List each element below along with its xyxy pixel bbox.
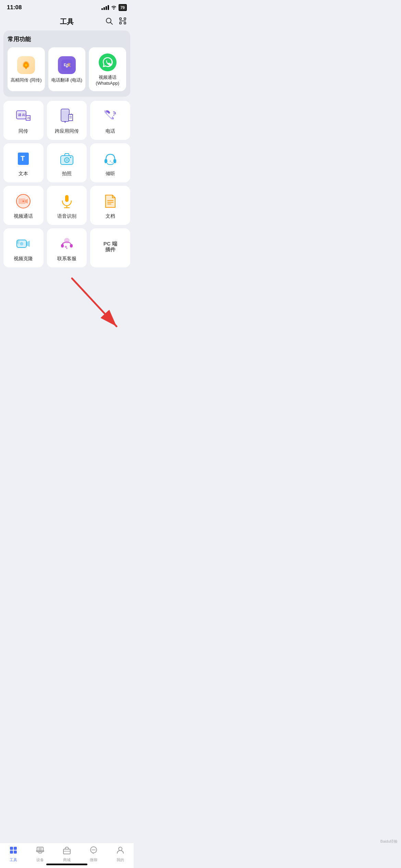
tool-card-whatsapp[interactable]: 视频通话(WhatsApp) xyxy=(89,47,126,91)
pc-icon: PC 端 插件 xyxy=(102,238,119,255)
document-icon xyxy=(102,193,119,210)
svg-text:文: 文 xyxy=(67,63,71,67)
shipinkelong-label: 视频克隆 xyxy=(14,256,33,262)
lianxi-label: 联系客服 xyxy=(57,256,76,262)
red-arrow xyxy=(62,272,130,340)
svg-line-1 xyxy=(111,22,113,24)
tool-lianxi[interactable]: 联系客服 xyxy=(47,228,87,267)
crossapp-icon xyxy=(58,108,75,125)
svg-text:译: 译 xyxy=(18,113,22,117)
svg-rect-6 xyxy=(124,22,126,24)
gaojing-label: 高精同传 (同传) xyxy=(11,77,41,83)
tool-pc[interactable]: PC 端 插件 xyxy=(90,228,130,267)
yuyin-label: 语音识别 xyxy=(57,213,76,219)
svg-point-27 xyxy=(70,157,71,158)
status-time: 11:08 xyxy=(7,4,22,11)
customerservice-icon xyxy=(58,235,75,252)
svg-rect-29 xyxy=(113,159,116,163)
text-icon: T xyxy=(15,150,32,167)
status-bar: 11:08 79 xyxy=(0,0,134,14)
svg-text:AI: AI xyxy=(22,113,25,117)
tool-card-gaojing[interactable]: 高精同传 (同传) xyxy=(8,47,45,91)
svg-text:AI: AI xyxy=(27,116,30,120)
header-actions xyxy=(105,17,127,27)
page-header: 工具 xyxy=(0,14,134,31)
scan-icon[interactable] xyxy=(119,17,127,27)
battery-icon: 79 xyxy=(119,4,127,11)
wendang-label: 文档 xyxy=(106,213,115,219)
tool-paizhao[interactable]: 拍照 xyxy=(47,143,87,182)
svg-rect-45 xyxy=(61,244,64,248)
svg-point-7 xyxy=(25,64,27,66)
svg-point-30 xyxy=(110,160,111,162)
tool-wenben[interactable]: T 文本 xyxy=(3,143,44,182)
whatsapp-icon xyxy=(99,53,117,71)
kuayingyong-label: 跨应用同传 xyxy=(55,128,79,134)
svg-rect-35 xyxy=(65,195,69,202)
videoclone-icon xyxy=(15,235,32,252)
tool-shipinkelong[interactable]: 视频克隆 xyxy=(3,228,44,267)
wenben-label: 文本 xyxy=(19,171,28,177)
tools-grid: 译 AI AI 同传 跨应用同传 xyxy=(0,101,134,267)
whatsapp-label: 视频通话(WhatsApp) xyxy=(96,75,119,86)
headphone-icon xyxy=(102,150,119,167)
tool-yuyin[interactable]: 语音识别 xyxy=(47,186,87,225)
camera-icon xyxy=(58,150,75,167)
tool-dianhua[interactable]: 电话 xyxy=(90,101,130,140)
tongchuan-icon: 译 AI AI xyxy=(15,108,32,125)
dianhua-label: 电话翻译 (电话) xyxy=(51,77,82,83)
videocall-icon xyxy=(15,193,32,210)
page-title: 工具 xyxy=(60,17,74,26)
tool-shipintonghua[interactable]: 视频通话 xyxy=(3,186,44,225)
signal-icon xyxy=(101,5,109,10)
tool-tongchuan[interactable]: 译 AI AI 同传 xyxy=(3,101,44,140)
svg-point-43 xyxy=(20,242,23,245)
svg-point-47 xyxy=(65,246,67,248)
translate-phone-icon: En 文 xyxy=(58,56,76,74)
svg-point-19 xyxy=(64,121,66,123)
svg-rect-46 xyxy=(70,244,73,248)
svg-rect-3 xyxy=(124,18,126,20)
dianhua-tool-label: 电话 xyxy=(106,128,115,134)
common-features-section: 常用功能 高精同传 (同传) En 文 电话翻译 (电话) xyxy=(3,31,130,97)
tool-kuayingyong[interactable]: 跨应用同传 xyxy=(47,101,87,140)
tool-wendang[interactable]: 文档 xyxy=(90,186,130,225)
svg-text:T: T xyxy=(21,155,25,162)
tool-card-dianhua[interactable]: En 文 电话翻译 (电话) xyxy=(48,47,86,91)
wifi-icon xyxy=(111,5,117,11)
voice-icon xyxy=(58,193,75,210)
svg-rect-18 xyxy=(62,110,69,120)
arrow-annotation xyxy=(0,272,134,347)
paizhao-label: 拍照 xyxy=(62,171,72,177)
common-features-title: 常用功能 xyxy=(8,35,126,43)
rocket-icon xyxy=(17,56,35,74)
svg-rect-4 xyxy=(120,22,121,24)
tool-qingting[interactable]: 倾听 xyxy=(90,143,130,182)
svg-point-20 xyxy=(113,114,114,116)
common-features-grid: 高精同传 (同传) En 文 电话翻译 (电话) 视频通话(WhatsApp) xyxy=(8,47,126,91)
svg-rect-2 xyxy=(120,18,121,20)
tongchuan-label: 同传 xyxy=(19,128,28,134)
search-icon[interactable] xyxy=(105,17,113,27)
svg-rect-28 xyxy=(105,159,107,163)
qingting-label: 倾听 xyxy=(106,171,115,177)
svg-point-31 xyxy=(111,162,113,163)
phone-icon xyxy=(102,108,119,125)
status-icons: 79 xyxy=(101,4,127,11)
shipintonghua-label: 视频通话 xyxy=(14,213,33,219)
svg-point-26 xyxy=(65,159,68,161)
